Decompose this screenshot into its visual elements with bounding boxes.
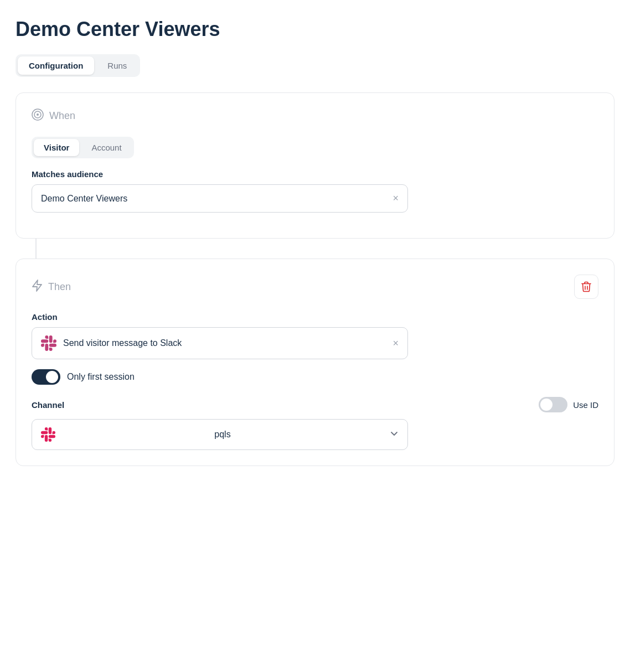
- connector-line: [35, 239, 37, 259]
- svg-point-2: [37, 113, 39, 116]
- then-section-header: Then: [32, 275, 598, 299]
- channel-row: Channel Use ID: [32, 397, 598, 412]
- use-id-toggle[interactable]: [539, 397, 567, 412]
- tab-bar: Configuration Runs: [16, 54, 140, 77]
- use-id-area: Use ID: [539, 397, 598, 412]
- when-section-header: When: [32, 108, 598, 123]
- when-label: When: [49, 110, 75, 122]
- use-id-knob: [540, 399, 552, 411]
- page-title: Demo Center Viewers: [16, 18, 614, 41]
- first-session-row: Only first session: [32, 369, 598, 385]
- toggle-knob: [46, 371, 58, 383]
- action-label: Action: [32, 312, 598, 322]
- channel-label: Channel: [32, 400, 64, 410]
- delete-area: [574, 275, 598, 299]
- audience-clear-btn[interactable]: ×: [393, 193, 399, 204]
- first-session-label: Only first session: [67, 372, 135, 382]
- delete-button[interactable]: [574, 275, 598, 299]
- audience-value: Demo Center Viewers: [41, 194, 127, 204]
- action-clear-btn[interactable]: ×: [393, 338, 399, 349]
- visitor-account-toggle: Visitor Account: [32, 137, 134, 158]
- channel-select[interactable]: pqls: [32, 419, 408, 450]
- chevron-down-icon: [390, 429, 399, 441]
- audience-input[interactable]: Demo Center Viewers ×: [32, 184, 408, 213]
- tab-runs[interactable]: Runs: [96, 56, 138, 75]
- first-session-toggle[interactable]: [32, 369, 60, 385]
- target-icon: [32, 108, 44, 123]
- lightning-icon: [32, 280, 43, 294]
- channel-slack-icon: [41, 427, 55, 442]
- when-section: When Visitor Account Matches audience De…: [16, 92, 614, 239]
- action-input[interactable]: Send visitor message to Slack ×: [32, 327, 408, 359]
- account-toggle-btn[interactable]: Account: [81, 139, 131, 156]
- tab-configuration[interactable]: Configuration: [18, 56, 94, 75]
- visitor-toggle-btn[interactable]: Visitor: [34, 139, 79, 156]
- then-section: Then Action Send visitor message to Slac…: [16, 259, 614, 466]
- use-id-label: Use ID: [573, 400, 598, 410]
- trash-icon: [581, 281, 591, 292]
- slack-icon: [41, 335, 56, 351]
- matches-audience-label: Matches audience: [32, 169, 598, 179]
- action-value: Send visitor message to Slack: [63, 338, 386, 348]
- channel-value: pqls: [62, 430, 383, 440]
- then-label: Then: [48, 281, 71, 293]
